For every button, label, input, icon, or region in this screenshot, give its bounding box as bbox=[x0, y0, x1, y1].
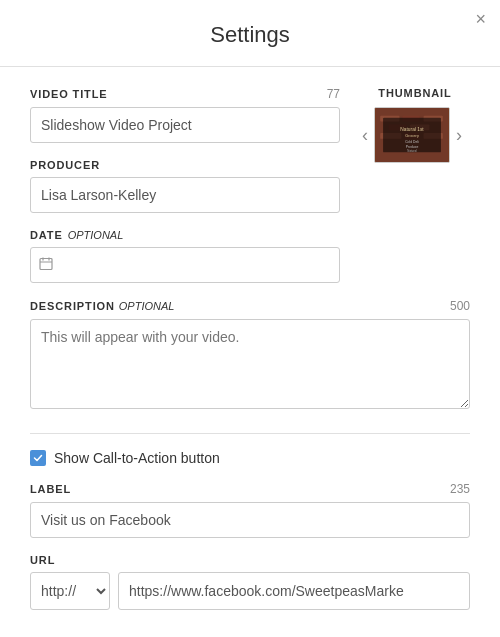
label-field-label: LABEL 235 bbox=[30, 482, 470, 496]
thumbnail-label: THUMBNAIL bbox=[360, 87, 470, 99]
url-group: URL http:// https:// bbox=[30, 554, 470, 610]
url-protocol-select[interactable]: http:// https:// bbox=[30, 572, 110, 610]
description-textarea[interactable] bbox=[30, 319, 470, 409]
video-title-label: VIDEO TITLE 77 bbox=[30, 87, 340, 101]
svg-text:Produce: Produce bbox=[406, 145, 419, 149]
video-title-group: VIDEO TITLE 77 bbox=[30, 87, 340, 143]
date-label: DATE OPTIONAL bbox=[30, 229, 340, 241]
modal-title: Settings bbox=[0, 0, 500, 67]
thumbnail-next-button[interactable]: › bbox=[454, 126, 464, 144]
label-field-group: LABEL 235 bbox=[30, 482, 470, 538]
video-title-input[interactable] bbox=[30, 107, 340, 143]
date-input-wrapper bbox=[30, 247, 340, 283]
svg-text:Cold Deli: Cold Deli bbox=[405, 140, 419, 144]
left-fields: VIDEO TITLE 77 PRODUCER DATE O bbox=[30, 87, 340, 299]
url-input[interactable] bbox=[118, 572, 470, 610]
thumbnail-section: THUMBNAIL ‹ bbox=[360, 87, 470, 163]
svg-text:Natural: Natural bbox=[407, 149, 417, 153]
producer-label: PRODUCER bbox=[30, 159, 340, 171]
modal-body: VIDEO TITLE 77 PRODUCER DATE O bbox=[0, 67, 500, 610]
close-button[interactable]: × bbox=[475, 10, 486, 28]
cta-checkbox[interactable] bbox=[30, 450, 46, 466]
description-label: DESCRIPTION OPTIONAL 500 bbox=[30, 299, 470, 313]
top-section: VIDEO TITLE 77 PRODUCER DATE O bbox=[30, 87, 470, 299]
url-label: URL bbox=[30, 554, 470, 566]
divider bbox=[30, 433, 470, 434]
producer-group: PRODUCER bbox=[30, 159, 340, 213]
date-group: DATE OPTIONAL bbox=[30, 229, 340, 283]
url-row: http:// https:// bbox=[30, 572, 470, 610]
description-group: DESCRIPTION OPTIONAL 500 bbox=[30, 299, 470, 413]
thumbnail-image: Natural 1st Grocery Cold Deli Produce Na… bbox=[374, 107, 450, 163]
cta-checkbox-row[interactable]: Show Call-to-Action button bbox=[30, 450, 470, 466]
thumbnail-nav: ‹ bbox=[360, 107, 470, 163]
svg-text:Natural 1st: Natural 1st bbox=[400, 127, 424, 132]
thumbnail-prev-button[interactable]: ‹ bbox=[360, 126, 370, 144]
description-char-count: 500 bbox=[450, 299, 470, 313]
settings-modal: × Settings VIDEO TITLE 77 PRODUCER bbox=[0, 0, 500, 637]
producer-input[interactable] bbox=[30, 177, 340, 213]
cta-checkbox-label: Show Call-to-Action button bbox=[54, 450, 220, 466]
svg-text:Grocery: Grocery bbox=[405, 134, 419, 138]
label-input[interactable] bbox=[30, 502, 470, 538]
label-char-count: 235 bbox=[450, 482, 470, 496]
video-title-char-count: 77 bbox=[327, 87, 340, 101]
date-input[interactable] bbox=[30, 247, 340, 283]
